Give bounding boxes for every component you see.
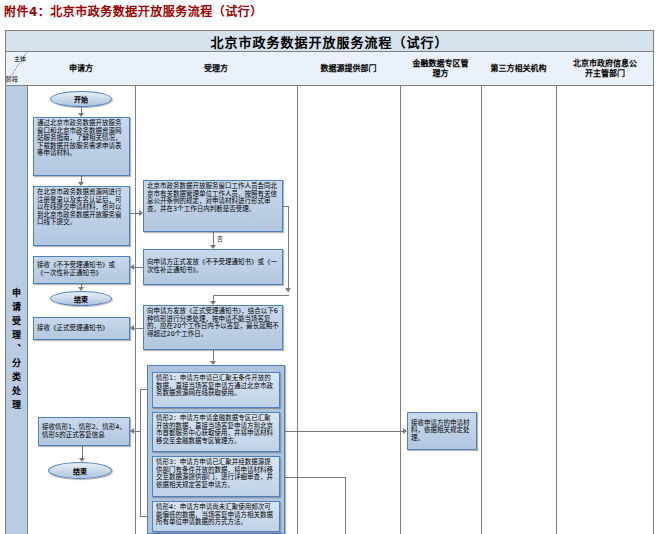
end-terminator-1: 结束 (50, 291, 112, 306)
grid-line (297, 85, 298, 534)
grid-line (400, 85, 401, 534)
connector-line (213, 350, 214, 361)
grid-line (653, 30, 654, 534)
case-2-box: 情形2：申请方申请金融数据专区已汇聚开放的数据，直接当场答复申请方到北京市首都服… (152, 412, 280, 452)
stage-row-label: 申请受理、分类处理 (10, 288, 23, 414)
column-header-acceptor: 受理方 (135, 52, 297, 85)
branch-label-no: 否 (216, 234, 224, 243)
connector-line (130, 213, 139, 214)
step-receive-formal-reply: 接收情形1、情形2、情形4、情形5的正式答复信息 (38, 417, 130, 446)
corner-label-stage: 阶段 (6, 74, 18, 83)
arrowhead (130, 428, 134, 434)
arrowhead (130, 264, 134, 270)
grid-line (556, 85, 557, 534)
case-1-box: 情形1：申请方申请已汇聚无条件开放的数据，直接当场答复申请方通过北京市政务数据资… (152, 372, 280, 408)
arrowhead (285, 288, 291, 292)
connector-line (134, 267, 143, 268)
step-issue-rejection-notice: 向申请方正式发放《不予受理通知书》或《一次性补正通知书》。 (143, 249, 283, 285)
start-terminator: 开始 (50, 91, 112, 107)
connector-line (213, 232, 214, 245)
step-consult-service-guide: 通过北京市政务数据开放服务窗口和北京市政务数据资源网站服务指南，了解相关情况，下… (33, 117, 130, 176)
arrowhead (130, 325, 134, 331)
grid-line (481, 85, 482, 534)
column-header-third-party-org: 第三方相关机构 (481, 52, 556, 85)
case-3-box: 情形3：申请方申请已汇聚并经数据源提供部门有条件开放的数据，将申请材料移交至数据… (152, 456, 280, 497)
column-header-finance-zone-manager: 金融数据专区管理方 (400, 52, 481, 85)
step-receive-rejection-notice: 接收《不予受理通知书》或《一次性补正通知书》 (33, 256, 130, 284)
grid-line (5, 30, 6, 534)
corner-label-subject: 主体 (14, 54, 26, 63)
case-4-box: 情形4：申请方申请尚未汇聚使用频次可能偏低的数据，当场答复申请方相关数据所有单位… (152, 501, 280, 532)
column-header-applicant: 申请方 (27, 52, 135, 85)
end-terminator-2: 结束 (48, 462, 112, 479)
step-issue-acceptance-notice: 向申请方发放《正式受理通知书》，结合以下6种情形进行分类处理，按申请不能当场答复… (143, 305, 283, 350)
connector-line (140, 389, 141, 516)
flowchart-page: 附件4：北京市政务数据开放服务流程（试行） 北京市政务数据开放服务流程（试行） … (0, 0, 660, 534)
column-header-info-disclosure-dept: 北京市政府信息公开主管部门 (556, 52, 654, 85)
flowchart-title: 北京市政务数据开放服务流程（试行） (5, 30, 654, 52)
connector-line (345, 477, 346, 534)
step-receive-acceptance-notice: 接收《正式受理通知书》 (33, 317, 130, 340)
connector-line (134, 328, 143, 329)
connector-line (288, 206, 289, 292)
corner-cell: 主体 阶段 (5, 52, 27, 85)
step-finance-zone-receive-materials: 接收申请方的申请材料，依据相关规定处理。 (407, 412, 477, 450)
connector-line (280, 431, 403, 432)
page-title: 附件4：北京市政务数据开放服务流程（试行） (4, 2, 263, 19)
step-register-and-submit: 在北京市政务数据资源网进行注册登录以及实名认证后，可以在线提交申请材料，也可以到… (33, 186, 130, 246)
grid-line (27, 85, 28, 534)
step-format-review: 北京市政务数据开放服务窗口工作人员会同北京市有关数据管理单位工作人员，按照有关信… (143, 180, 283, 232)
connector-line (134, 431, 141, 432)
column-header-data-source-dept: 数据源提供部门 (297, 52, 400, 85)
connector-line (213, 295, 289, 296)
connector-line (82, 446, 83, 458)
connector-line (280, 477, 345, 478)
grid-line (135, 85, 136, 534)
